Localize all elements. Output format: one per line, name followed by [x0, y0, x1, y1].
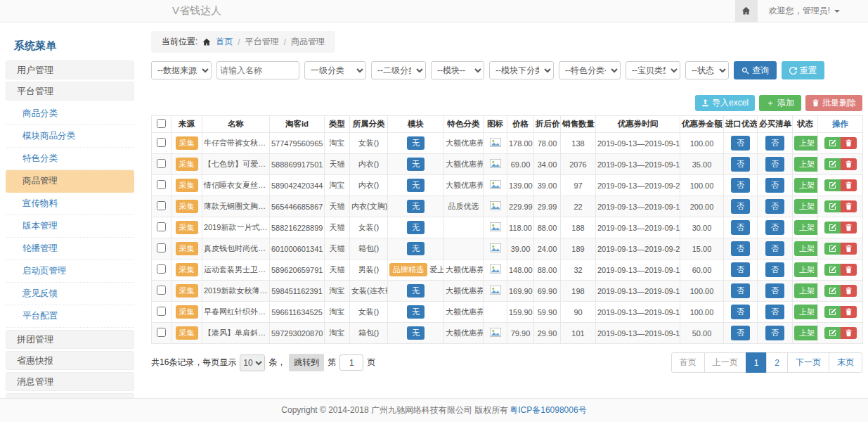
sidebar-item-message-mgmt[interactable]: 消息管理	[6, 372, 134, 391]
source-filter-select[interactable]: --数据来源--	[151, 61, 212, 79]
sidebar-subitem-carousel-mgmt[interactable]: 轮播管理	[6, 238, 134, 260]
import-select-toggle[interactable]: 否	[731, 241, 750, 256]
page-button-2[interactable]: 2	[766, 352, 788, 373]
sidebar-item-user-mgmt[interactable]: 用户管理	[6, 60, 134, 79]
must-buy-toggle[interactable]: 否	[765, 326, 784, 340]
jump-to-button[interactable]: 跳转到	[289, 354, 324, 371]
icp-link[interactable]: 粤ICP备16098006号	[510, 404, 586, 416]
delete-button[interactable]	[841, 243, 857, 255]
sidebar-item-platform-mgmt[interactable]: 平台管理	[6, 82, 134, 101]
home-button[interactable]	[735, 0, 758, 22]
status-button[interactable]: 上架	[794, 136, 818, 151]
delete-button[interactable]	[841, 137, 857, 149]
delete-button[interactable]	[841, 222, 857, 234]
sidebar-subitem-feature-category[interactable]: 特色分类	[6, 148, 134, 170]
edit-button[interactable]	[824, 158, 841, 170]
row-checkbox[interactable]	[157, 243, 166, 252]
sidebar-subitem-goods-category[interactable]: 商品分类	[6, 103, 134, 125]
delete-button[interactable]	[841, 306, 857, 318]
import-select-toggle[interactable]: 否	[731, 326, 750, 340]
must-buy-toggle[interactable]: 否	[765, 262, 784, 277]
sidebar-item-group-buy-mgmt[interactable]: 拼团管理	[6, 330, 134, 349]
delete-button[interactable]	[841, 327, 857, 339]
import-select-toggle[interactable]: 否	[731, 283, 750, 298]
edit-button[interactable]	[824, 285, 841, 297]
page-button-末页[interactable]: 末页	[829, 352, 862, 373]
sidebar-subitem-version-mgmt[interactable]: 版本管理	[6, 215, 134, 238]
edit-button[interactable]	[824, 243, 841, 255]
import-select-toggle[interactable]: 否	[731, 199, 750, 214]
edit-button[interactable]	[824, 327, 841, 339]
status-select[interactable]: --状态--	[685, 61, 729, 79]
edit-button[interactable]	[824, 306, 841, 318]
must-buy-toggle[interactable]: 否	[765, 136, 784, 151]
status-button[interactable]: 上架	[794, 305, 818, 319]
delete-button[interactable]	[841, 200, 857, 212]
batch-delete-button[interactable]: 批量删除	[805, 95, 862, 111]
import-excel-button[interactable]: 导入excel	[695, 95, 755, 111]
sidebar-subitem-goods-mgmt[interactable]: 商品管理	[6, 170, 134, 193]
breadcrumb-home-link[interactable]: 首页	[216, 36, 233, 48]
select-all-checkbox[interactable]	[157, 119, 166, 128]
row-checkbox[interactable]	[157, 264, 166, 274]
search-button[interactable]: 查询	[734, 61, 777, 79]
must-buy-toggle[interactable]: 否	[765, 241, 784, 256]
sidebar-item-province-express[interactable]: 省惠快报	[6, 351, 134, 370]
status-button[interactable]: 上架	[794, 283, 818, 298]
item-type-select[interactable]: --宝贝类型--	[626, 61, 680, 79]
sidebar-subitem-module-goods-category[interactable]: 模块商品分类	[6, 125, 134, 148]
module-select[interactable]: --模块--	[431, 61, 484, 79]
status-button[interactable]: 上架	[794, 220, 818, 235]
edit-button[interactable]	[824, 264, 841, 276]
sidebar-subitem-promo-materials[interactable]: 宣传物料	[6, 193, 134, 215]
must-buy-toggle[interactable]: 否	[765, 220, 784, 235]
row-checkbox[interactable]	[157, 222, 166, 231]
import-select-toggle[interactable]: 否	[731, 220, 750, 235]
row-checkbox[interactable]	[157, 180, 166, 189]
import-select-toggle[interactable]: 否	[731, 305, 750, 319]
add-button[interactable]: ＋ 添加	[759, 95, 801, 111]
must-buy-toggle[interactable]: 否	[765, 283, 784, 298]
status-button[interactable]: 上架	[794, 241, 818, 256]
name-search-input[interactable]	[216, 61, 299, 79]
sidebar-subitem-splash-page-mgmt[interactable]: 启动页管理	[6, 260, 134, 283]
page-button-首页[interactable]: 首页	[671, 352, 705, 373]
must-buy-toggle[interactable]: 否	[765, 199, 784, 214]
page-button-上一页[interactable]: 上一页	[704, 352, 746, 373]
module-sub-category-select[interactable]: --模块下分类--	[489, 61, 554, 79]
row-checkbox[interactable]	[157, 307, 166, 316]
import-select-toggle[interactable]: 否	[731, 178, 750, 193]
row-checkbox[interactable]	[157, 138, 166, 147]
import-select-toggle[interactable]: 否	[731, 136, 750, 151]
page-button-1[interactable]: 1	[746, 352, 767, 373]
row-checkbox[interactable]	[157, 159, 166, 168]
level2-category-select[interactable]: --二级分类--	[371, 61, 426, 79]
status-button[interactable]: 上架	[794, 157, 818, 172]
sidebar-subitem-feedback[interactable]: 意见反馈	[6, 283, 134, 305]
import-select-toggle[interactable]: 否	[731, 157, 750, 172]
must-buy-toggle[interactable]: 否	[765, 305, 784, 319]
delete-button[interactable]	[841, 264, 857, 276]
row-checkbox[interactable]	[157, 201, 166, 210]
edit-button[interactable]	[824, 137, 841, 149]
edit-button[interactable]	[824, 179, 841, 191]
status-button[interactable]: 上架	[794, 262, 818, 277]
status-button[interactable]: 上架	[794, 178, 818, 193]
import-select-toggle[interactable]: 否	[731, 262, 750, 277]
status-button[interactable]: 上架	[794, 199, 818, 214]
edit-button[interactable]	[824, 222, 841, 234]
delete-button[interactable]	[841, 285, 857, 297]
page-button-下一页[interactable]: 下一页	[787, 352, 829, 373]
status-button[interactable]: 上架	[794, 326, 818, 340]
level1-category-select[interactable]: 一级分类	[304, 61, 366, 79]
row-checkbox[interactable]	[157, 328, 166, 337]
reset-button[interactable]: 重置	[782, 61, 824, 79]
edit-button[interactable]	[824, 200, 841, 212]
sidebar-subitem-platform-config[interactable]: 平台配置	[6, 305, 134, 328]
must-buy-toggle[interactable]: 否	[765, 157, 784, 172]
feature-category-select[interactable]: --特色分类--	[559, 61, 621, 79]
per-page-select[interactable]: 10	[240, 354, 265, 371]
user-menu[interactable]: 欢迎您，管理员!	[758, 0, 868, 22]
delete-button[interactable]	[841, 179, 857, 191]
row-checkbox[interactable]	[157, 286, 166, 295]
